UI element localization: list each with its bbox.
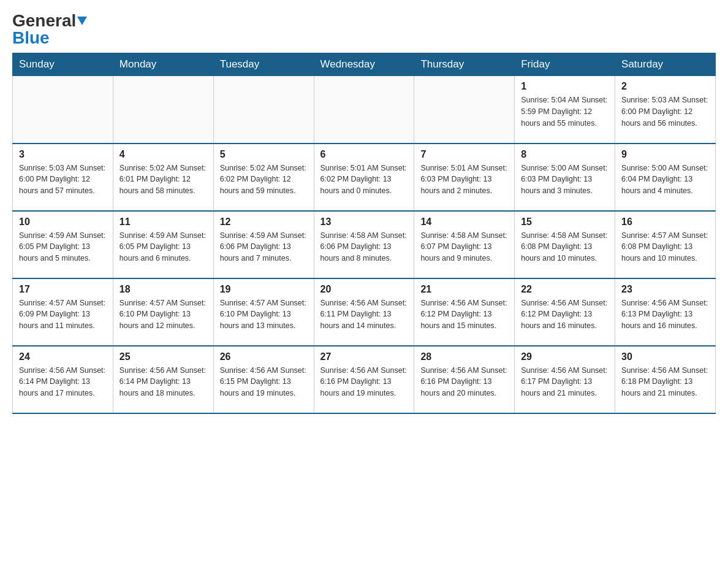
calendar-week-row: 24Sunrise: 4:56 AM Sunset: 6:14 PM Dayli… — [13, 346, 716, 413]
day-info: Sunrise: 5:04 AM Sunset: 5:59 PM Dayligh… — [521, 94, 609, 129]
calendar-cell: 14Sunrise: 4:58 AM Sunset: 6:07 PM Dayli… — [414, 211, 515, 278]
calendar-cell: 16Sunrise: 4:57 AM Sunset: 6:08 PM Dayli… — [615, 211, 716, 278]
calendar-cell: 13Sunrise: 4:58 AM Sunset: 6:06 PM Dayli… — [314, 211, 414, 278]
day-number: 13 — [320, 216, 408, 228]
day-number: 8 — [521, 149, 609, 160]
calendar-week-row: 1Sunrise: 5:04 AM Sunset: 5:59 PM Daylig… — [13, 76, 716, 144]
calendar-cell: 5Sunrise: 5:02 AM Sunset: 6:02 PM Daylig… — [213, 144, 314, 211]
day-number: 11 — [119, 216, 207, 228]
day-info: Sunrise: 4:56 AM Sunset: 6:11 PM Dayligh… — [320, 297, 408, 332]
day-number: 30 — [621, 351, 709, 362]
day-header-tuesday: Tuesday — [213, 53, 314, 76]
day-number: 19 — [220, 284, 308, 295]
day-number: 23 — [621, 284, 709, 295]
day-info: Sunrise: 4:56 AM Sunset: 6:18 PM Dayligh… — [621, 365, 709, 399]
calendar-cell: 1Sunrise: 5:04 AM Sunset: 5:59 PM Daylig… — [515, 76, 615, 144]
day-info: Sunrise: 4:56 AM Sunset: 6:15 PM Dayligh… — [220, 365, 308, 399]
calendar-cell: 29Sunrise: 4:56 AM Sunset: 6:17 PM Dayli… — [515, 346, 615, 413]
day-info: Sunrise: 5:03 AM Sunset: 6:00 PM Dayligh… — [19, 163, 107, 197]
calendar-cell: 28Sunrise: 4:56 AM Sunset: 6:16 PM Dayli… — [414, 346, 515, 413]
day-info: Sunrise: 4:57 AM Sunset: 6:08 PM Dayligh… — [621, 230, 709, 264]
day-info: Sunrise: 4:57 AM Sunset: 6:10 PM Dayligh… — [220, 297, 308, 332]
day-number: 24 — [19, 351, 107, 362]
calendar-cell: 9Sunrise: 5:00 AM Sunset: 6:04 PM Daylig… — [615, 144, 716, 211]
day-info: Sunrise: 4:57 AM Sunset: 6:10 PM Dayligh… — [119, 297, 207, 332]
day-number: 17 — [19, 284, 107, 295]
day-number: 21 — [420, 284, 508, 295]
day-number: 4 — [119, 149, 207, 160]
calendar-cell — [213, 76, 314, 144]
calendar-week-row: 10Sunrise: 4:59 AM Sunset: 6:05 PM Dayli… — [13, 211, 716, 278]
day-info: Sunrise: 4:58 AM Sunset: 6:06 PM Dayligh… — [320, 230, 408, 264]
calendar-cell: 4Sunrise: 5:02 AM Sunset: 6:01 PM Daylig… — [113, 144, 213, 211]
calendar-cell: 15Sunrise: 4:58 AM Sunset: 6:08 PM Dayli… — [515, 211, 615, 278]
calendar-table: SundayMondayTuesdayWednesdayThursdayFrid… — [12, 53, 716, 414]
calendar-cell: 19Sunrise: 4:57 AM Sunset: 6:10 PM Dayli… — [213, 278, 314, 346]
day-number: 16 — [621, 216, 709, 228]
calendar-cell: 30Sunrise: 4:56 AM Sunset: 6:18 PM Dayli… — [615, 346, 716, 413]
logo: General Blue — [12, 12, 87, 47]
day-info: Sunrise: 5:01 AM Sunset: 6:03 PM Dayligh… — [420, 163, 508, 197]
day-header-sunday: Sunday — [13, 53, 113, 76]
day-info: Sunrise: 4:56 AM Sunset: 6:14 PM Dayligh… — [119, 365, 207, 399]
calendar-header: SundayMondayTuesdayWednesdayThursdayFrid… — [13, 53, 716, 76]
calendar-cell: 21Sunrise: 4:56 AM Sunset: 6:12 PM Dayli… — [414, 278, 515, 346]
day-info: Sunrise: 4:57 AM Sunset: 6:09 PM Dayligh… — [19, 297, 107, 332]
day-number: 29 — [521, 351, 609, 362]
calendar-cell: 8Sunrise: 5:00 AM Sunset: 6:03 PM Daylig… — [515, 144, 615, 211]
day-info: Sunrise: 4:59 AM Sunset: 6:06 PM Dayligh… — [220, 230, 308, 264]
day-number: 5 — [220, 149, 308, 160]
day-info: Sunrise: 5:03 AM Sunset: 6:00 PM Dayligh… — [621, 94, 709, 129]
day-number: 12 — [220, 216, 308, 228]
day-header-friday: Friday — [515, 53, 615, 76]
day-info: Sunrise: 4:56 AM Sunset: 6:17 PM Dayligh… — [521, 365, 609, 399]
day-number: 18 — [119, 284, 207, 295]
day-info: Sunrise: 5:02 AM Sunset: 6:01 PM Dayligh… — [119, 163, 207, 197]
day-header-wednesday: Wednesday — [314, 53, 414, 76]
day-number: 27 — [320, 351, 408, 362]
day-number: 28 — [420, 351, 508, 362]
day-number: 9 — [621, 149, 709, 160]
page-header: General Blue — [12, 12, 716, 47]
calendar-cell: 24Sunrise: 4:56 AM Sunset: 6:14 PM Dayli… — [13, 346, 113, 413]
day-number: 20 — [320, 284, 408, 295]
day-info: Sunrise: 4:59 AM Sunset: 6:05 PM Dayligh… — [119, 230, 207, 264]
day-number: 7 — [420, 149, 508, 160]
calendar-cell: 10Sunrise: 4:59 AM Sunset: 6:05 PM Dayli… — [13, 211, 113, 278]
day-number: 1 — [521, 81, 609, 92]
calendar-cell: 11Sunrise: 4:59 AM Sunset: 6:05 PM Dayli… — [113, 211, 213, 278]
calendar-cell: 23Sunrise: 4:56 AM Sunset: 6:13 PM Dayli… — [615, 278, 716, 346]
day-info: Sunrise: 5:00 AM Sunset: 6:04 PM Dayligh… — [621, 163, 709, 197]
calendar-cell: 18Sunrise: 4:57 AM Sunset: 6:10 PM Dayli… — [113, 278, 213, 346]
day-info: Sunrise: 4:56 AM Sunset: 6:12 PM Dayligh… — [521, 297, 609, 332]
calendar-cell: 7Sunrise: 5:01 AM Sunset: 6:03 PM Daylig… — [414, 144, 515, 211]
day-info: Sunrise: 5:00 AM Sunset: 6:03 PM Dayligh… — [521, 163, 609, 197]
calendar-cell: 26Sunrise: 4:56 AM Sunset: 6:15 PM Dayli… — [213, 346, 314, 413]
calendar-cell: 20Sunrise: 4:56 AM Sunset: 6:11 PM Dayli… — [314, 278, 414, 346]
day-header-thursday: Thursday — [414, 53, 515, 76]
calendar-cell: 6Sunrise: 5:01 AM Sunset: 6:02 PM Daylig… — [314, 144, 414, 211]
day-info: Sunrise: 4:58 AM Sunset: 6:08 PM Dayligh… — [521, 230, 609, 264]
day-number: 26 — [220, 351, 308, 362]
day-number: 10 — [19, 216, 107, 228]
day-info: Sunrise: 4:58 AM Sunset: 6:07 PM Dayligh… — [420, 230, 508, 264]
calendar-cell: 2Sunrise: 5:03 AM Sunset: 6:00 PM Daylig… — [615, 76, 716, 144]
calendar-cell — [414, 76, 515, 144]
day-info: Sunrise: 4:59 AM Sunset: 6:05 PM Dayligh… — [19, 230, 107, 264]
day-number: 14 — [420, 216, 508, 228]
day-info: Sunrise: 5:01 AM Sunset: 6:02 PM Dayligh… — [320, 163, 408, 197]
day-number: 15 — [521, 216, 609, 228]
day-number: 2 — [621, 81, 709, 92]
calendar-cell — [13, 76, 113, 144]
calendar-week-row: 3Sunrise: 5:03 AM Sunset: 6:00 PM Daylig… — [13, 144, 716, 211]
day-number: 6 — [320, 149, 408, 160]
day-headers-row: SundayMondayTuesdayWednesdayThursdayFrid… — [13, 53, 716, 76]
day-info: Sunrise: 4:56 AM Sunset: 6:14 PM Dayligh… — [19, 365, 107, 399]
calendar-cell: 22Sunrise: 4:56 AM Sunset: 6:12 PM Dayli… — [515, 278, 615, 346]
calendar-cell: 25Sunrise: 4:56 AM Sunset: 6:14 PM Dayli… — [113, 346, 213, 413]
calendar-body: 1Sunrise: 5:04 AM Sunset: 5:59 PM Daylig… — [13, 76, 716, 413]
calendar-cell: 27Sunrise: 4:56 AM Sunset: 6:16 PM Dayli… — [314, 346, 414, 413]
day-header-monday: Monday — [113, 53, 213, 76]
day-number: 25 — [119, 351, 207, 362]
calendar-cell: 17Sunrise: 4:57 AM Sunset: 6:09 PM Dayli… — [13, 278, 113, 346]
